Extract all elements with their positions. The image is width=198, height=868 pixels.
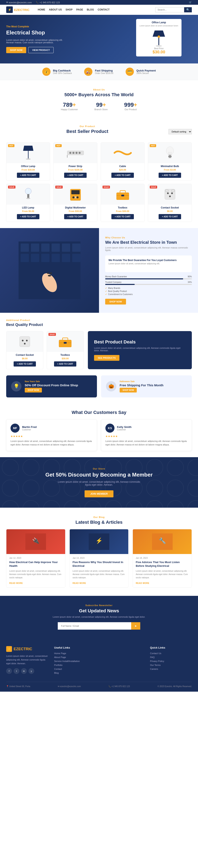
svg-rect-41	[62, 244, 70, 252]
progress-track-1	[105, 278, 192, 279]
blog-img-1: 🔌	[6, 529, 65, 554]
sort-select[interactable]: Default sorting	[169, 129, 192, 134]
product-card-5: SALE LED Lamp From $5.00 + ADD TO CART	[6, 184, 50, 222]
product-badge-5: SALE	[8, 186, 16, 188]
add-to-cart-button-1[interactable]: + ADD TO CART	[17, 173, 39, 178]
stat-products-num: 999+	[124, 101, 137, 108]
svg-text:🔧: 🔧	[159, 537, 166, 544]
useful-link-6[interactable]: Blog	[54, 672, 96, 674]
youtube-icon[interactable]: y	[28, 668, 34, 674]
add-to-cart-button-5[interactable]: + ADD TO CART	[17, 214, 39, 219]
quick-link-2[interactable]: FAQ	[150, 656, 192, 658]
feature-shipping-text: Fast Shipping Order Over $100.00	[95, 69, 113, 74]
product-price-1: From $30.00	[6, 168, 50, 171]
stat-customers-label: Happy Customer	[61, 108, 78, 111]
add-to-cart-button-7[interactable]: + ADD TO CART	[111, 214, 134, 219]
cart-icon[interactable]: 🛒	[189, 1, 192, 4]
product-card-7: SALE Toolbox From $30.00 + ADD TO CART	[101, 184, 145, 222]
newsletter-submit[interactable]: ➤	[131, 622, 140, 630]
blog-text-1: Lorem ipsum dolor sit amet, consectetuer…	[9, 569, 62, 579]
additional-img-1	[6, 331, 43, 352]
nav-about[interactable]: ABOUT US	[49, 8, 62, 11]
additional-grid: Contact Socket $8.00 + ADD TO CART SALE …	[6, 331, 192, 369]
product-name-2: Power Strip	[54, 165, 97, 168]
search-button[interactable]: 🔍	[184, 7, 192, 12]
nav-shop[interactable]: SHOP	[65, 8, 73, 11]
svg-point-52	[50, 272, 52, 274]
add-to-cart-button-4[interactable]: + ADD TO CART	[159, 173, 181, 178]
testi-name-2: Kelly Smith	[117, 426, 132, 429]
hero-product-showcase: Office Lamp Lorem ipsum dolor sit amet c…	[136, 19, 181, 57]
twitter-icon[interactable]: t	[13, 668, 19, 674]
read-more-1[interactable]: READ MORE	[9, 582, 23, 584]
cable-icon	[113, 149, 132, 157]
social-links: f t in y	[6, 668, 48, 674]
useful-link-5[interactable]: Contact	[54, 668, 96, 670]
testi-role-1: Customer	[22, 429, 37, 431]
see-products-button[interactable]: SEE PRODUCTS	[94, 355, 119, 361]
blog-date-1: Jan 12, 2023	[9, 557, 62, 559]
shop-now-button[interactable]: SHOP NOW	[6, 47, 26, 53]
newsletter-input[interactable]	[58, 622, 131, 630]
promo-card-1: 💡 New Years Sale 50% Off Discount From O…	[6, 375, 97, 397]
blog-electrical-illustration-2: ⚡	[89, 533, 109, 550]
useful-link-3[interactable]: Service Install/Installation	[54, 660, 96, 662]
about-label: About Us	[6, 88, 192, 91]
view-product-button[interactable]: VIEW PRODUCT	[28, 47, 54, 53]
blog-electrical-illustration-1: 🔌	[25, 533, 46, 550]
nav-contact[interactable]: CONTACT	[98, 8, 110, 11]
hero-product-desc: Lorem ipsum dolor sit amet consectetuer …	[139, 25, 178, 27]
additional-cart-2[interactable]: + ADD TO CART	[54, 361, 77, 367]
linkedin-icon[interactable]: in	[21, 668, 27, 674]
promo-icon-2: 🎃	[106, 381, 116, 392]
quick-link-4[interactable]: Our Terms	[150, 664, 192, 666]
useful-link-2[interactable]: About Page	[54, 656, 96, 658]
join-member-button[interactable]: JOIN MEMBER	[85, 490, 114, 497]
socket-icon-1	[164, 188, 176, 200]
additional-price-2: $30.00	[47, 357, 84, 360]
why-shop-now-button[interactable]: SHOP NOW	[105, 299, 126, 305]
footer-email-bottom: ✉ ezectric@ezectric.com	[58, 685, 81, 687]
quick-link-3[interactable]: Privacy Policy	[150, 660, 192, 662]
quick-link-1[interactable]: Contact Us	[150, 652, 192, 655]
svg-rect-29	[121, 195, 124, 196]
product-img-3	[101, 143, 144, 163]
promo-btn-2[interactable]: SHOP NOW	[120, 388, 137, 393]
blog-card-3: 🔧 Jan 18, 2023 Five Advices That You Mus…	[133, 529, 192, 588]
product-name-7: Toolbox	[101, 206, 144, 209]
testi-role-2: Customer	[117, 429, 132, 431]
best-deals-card: Best Product Deals Lorem ipsum dolor sit…	[88, 331, 192, 369]
useful-link-4[interactable]: Portfolio	[54, 664, 96, 666]
add-to-cart-button-8[interactable]: + ADD TO CART	[159, 214, 181, 219]
blog-electrical-illustration-3: 🔧	[152, 533, 173, 550]
product-name-4: Minimalist Bulb	[148, 165, 192, 168]
promo-btn-1[interactable]: SHOP NOW	[25, 388, 42, 393]
read-more-3[interactable]: READ MORE	[136, 582, 149, 584]
lamp-illustration	[150, 28, 167, 47]
additional-price-1: $8.00	[6, 357, 43, 360]
about-section: About Us 5000+ Buyers Across The World 7…	[0, 80, 198, 119]
product-name-5: LED Lamp	[6, 206, 50, 209]
progress-track-2	[105, 284, 192, 285]
add-to-cart-button-2[interactable]: + ADD TO CART	[64, 173, 87, 178]
svg-point-18	[25, 188, 31, 194]
svg-point-4	[26, 158, 31, 160]
read-more-2[interactable]: READ MORE	[73, 582, 86, 584]
footer-phone-icon: 📞	[109, 685, 111, 687]
nav-home[interactable]: HOME	[38, 8, 45, 11]
testi-info-1: Martin Fred Customer	[22, 426, 37, 431]
nav-blog[interactable]: BLOG	[87, 8, 94, 11]
additional-cart-1[interactable]: + ADD TO CART	[13, 361, 36, 367]
quick-link-5[interactable]: Careers	[150, 668, 192, 670]
add-to-cart-button-3[interactable]: + ADD TO CART	[111, 173, 134, 178]
progress-trusted-label: Trusted Company 34%	[105, 281, 192, 283]
add-to-cart-button-6[interactable]: + ADD TO CART	[64, 214, 87, 219]
useful-links-list: Home Page About Page Service Install/Ins…	[54, 652, 96, 674]
email-icon: ✉	[6, 1, 8, 4]
search-input[interactable]	[155, 7, 184, 12]
nav-page[interactable]: PAGE	[76, 8, 83, 11]
additional-product-1: Contact Socket $8.00 + ADD TO CART	[6, 331, 43, 369]
facebook-icon[interactable]: f	[6, 668, 12, 674]
useful-link-1[interactable]: Home Page	[54, 652, 96, 655]
additional-section: Additional Product Best Quality Product …	[0, 313, 198, 375]
